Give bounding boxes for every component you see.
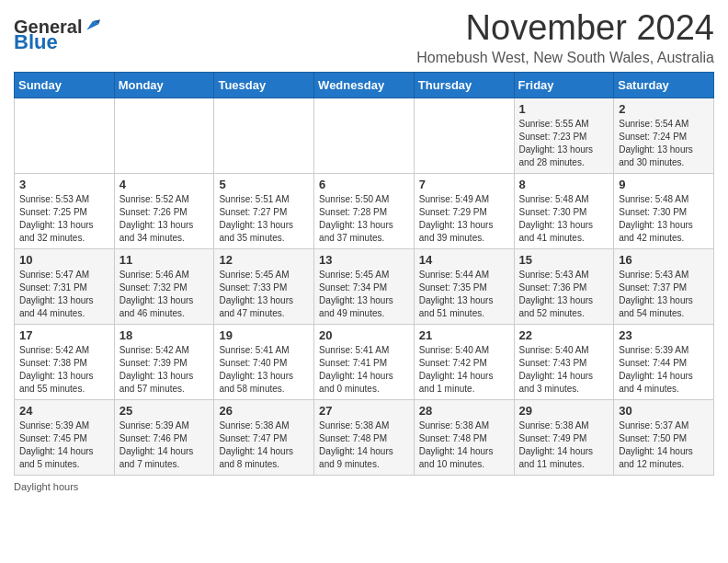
day-number: 18 [119, 328, 210, 342]
day-number: 20 [319, 328, 409, 342]
col-wednesday: Wednesday [314, 72, 415, 98]
calendar-cell: 20Sunrise: 5:41 AM Sunset: 7:41 PM Dayli… [314, 324, 415, 399]
calendar-cell [314, 98, 415, 173]
day-info: Sunrise: 5:41 AM Sunset: 7:40 PM Dayligh… [219, 344, 309, 396]
day-number: 19 [219, 328, 309, 342]
calendar-cell: 27Sunrise: 5:38 AM Sunset: 7:48 PM Dayli… [314, 399, 415, 475]
calendar-cell: 26Sunrise: 5:38 AM Sunset: 7:47 PM Dayli… [214, 399, 314, 475]
day-info: Sunrise: 5:54 AM Sunset: 7:24 PM Dayligh… [619, 118, 709, 169]
calendar-cell: 14Sunrise: 5:44 AM Sunset: 7:35 PM Dayli… [414, 248, 514, 324]
day-number: 21 [419, 328, 509, 342]
footer-note: Daylight hours [14, 481, 714, 492]
day-info: Sunrise: 5:48 AM Sunset: 7:30 PM Dayligh… [519, 193, 609, 245]
day-info: Sunrise: 5:41 AM Sunset: 7:41 PM Dayligh… [319, 344, 409, 396]
day-info: Sunrise: 5:53 AM Sunset: 7:25 PM Dayligh… [19, 193, 109, 245]
day-info: Sunrise: 5:42 AM Sunset: 7:39 PM Dayligh… [119, 344, 210, 396]
calendar-cell [214, 98, 314, 173]
calendar-cell: 1Sunrise: 5:55 AM Sunset: 7:23 PM Daylig… [514, 98, 614, 173]
day-number: 16 [619, 253, 709, 267]
calendar-cell: 19Sunrise: 5:41 AM Sunset: 7:40 PM Dayli… [214, 324, 314, 399]
day-number: 25 [119, 404, 210, 418]
day-info: Sunrise: 5:43 AM Sunset: 7:36 PM Dayligh… [519, 269, 609, 320]
day-number: 28 [419, 404, 509, 418]
day-number: 29 [519, 404, 609, 418]
logo-bird-icon [84, 17, 100, 33]
logo: General Blue [14, 17, 100, 52]
day-number: 1 [519, 102, 609, 116]
calendar-cell: 11Sunrise: 5:46 AM Sunset: 7:32 PM Dayli… [114, 248, 214, 324]
day-number: 8 [519, 178, 609, 191]
day-number: 13 [319, 253, 409, 267]
col-sunday: Sunday [15, 72, 115, 98]
calendar-week-5: 24Sunrise: 5:39 AM Sunset: 7:45 PM Dayli… [15, 399, 714, 475]
day-info: Sunrise: 5:39 AM Sunset: 7:45 PM Dayligh… [19, 419, 109, 471]
day-number: 5 [219, 178, 309, 191]
day-number: 17 [19, 328, 109, 342]
calendar-cell: 2Sunrise: 5:54 AM Sunset: 7:24 PM Daylig… [614, 98, 714, 173]
calendar-cell [414, 98, 514, 173]
calendar-cell: 6Sunrise: 5:50 AM Sunset: 7:28 PM Daylig… [314, 173, 415, 248]
calendar-cell: 25Sunrise: 5:39 AM Sunset: 7:46 PM Dayli… [114, 399, 214, 475]
day-info: Sunrise: 5:38 AM Sunset: 7:47 PM Dayligh… [219, 419, 309, 471]
day-info: Sunrise: 5:51 AM Sunset: 7:27 PM Dayligh… [219, 193, 309, 245]
day-number: 26 [219, 404, 309, 418]
calendar-cell [114, 98, 214, 173]
calendar-cell: 29Sunrise: 5:38 AM Sunset: 7:49 PM Dayli… [514, 399, 614, 475]
day-number: 15 [519, 253, 609, 267]
day-info: Sunrise: 5:38 AM Sunset: 7:48 PM Dayligh… [419, 419, 509, 471]
title-block: November 2024 Homebush West, New South W… [416, 9, 714, 66]
day-info: Sunrise: 5:55 AM Sunset: 7:23 PM Dayligh… [519, 118, 609, 169]
day-info: Sunrise: 5:39 AM Sunset: 7:46 PM Dayligh… [119, 419, 210, 471]
day-info: Sunrise: 5:48 AM Sunset: 7:30 PM Dayligh… [619, 193, 709, 245]
day-info: Sunrise: 5:50 AM Sunset: 7:28 PM Dayligh… [319, 193, 409, 245]
calendar-table: Sunday Monday Tuesday Wednesday Thursday… [14, 72, 714, 476]
day-info: Sunrise: 5:37 AM Sunset: 7:50 PM Dayligh… [619, 419, 709, 471]
calendar-cell: 8Sunrise: 5:48 AM Sunset: 7:30 PM Daylig… [514, 173, 614, 248]
day-info: Sunrise: 5:45 AM Sunset: 7:34 PM Dayligh… [319, 269, 409, 320]
header: General Blue November 2024 Homebush West… [14, 9, 714, 66]
day-info: Sunrise: 5:44 AM Sunset: 7:35 PM Dayligh… [419, 269, 509, 320]
calendar-cell [15, 98, 115, 173]
day-info: Sunrise: 5:47 AM Sunset: 7:31 PM Dayligh… [19, 269, 109, 320]
calendar-cell: 13Sunrise: 5:45 AM Sunset: 7:34 PM Dayli… [314, 248, 415, 324]
col-thursday: Thursday [414, 72, 514, 98]
header-row: Sunday Monday Tuesday Wednesday Thursday… [15, 72, 714, 98]
day-number: 24 [19, 404, 109, 418]
calendar-cell: 28Sunrise: 5:38 AM Sunset: 7:48 PM Dayli… [414, 399, 514, 475]
calendar-cell: 22Sunrise: 5:40 AM Sunset: 7:43 PM Dayli… [514, 324, 614, 399]
day-info: Sunrise: 5:38 AM Sunset: 7:48 PM Dayligh… [319, 419, 409, 471]
calendar-cell: 24Sunrise: 5:39 AM Sunset: 7:45 PM Dayli… [15, 399, 115, 475]
col-saturday: Saturday [614, 72, 714, 98]
day-number: 10 [19, 253, 109, 267]
day-info: Sunrise: 5:45 AM Sunset: 7:33 PM Dayligh… [219, 269, 309, 320]
day-number: 22 [519, 328, 609, 342]
day-number: 9 [619, 178, 709, 191]
calendar-cell: 4Sunrise: 5:52 AM Sunset: 7:26 PM Daylig… [114, 173, 214, 248]
day-info: Sunrise: 5:43 AM Sunset: 7:37 PM Dayligh… [619, 269, 709, 320]
calendar-cell: 17Sunrise: 5:42 AM Sunset: 7:38 PM Dayli… [15, 324, 115, 399]
day-info: Sunrise: 5:40 AM Sunset: 7:43 PM Dayligh… [519, 344, 609, 396]
calendar-cell: 16Sunrise: 5:43 AM Sunset: 7:37 PM Dayli… [614, 248, 714, 324]
calendar-week-2: 3Sunrise: 5:53 AM Sunset: 7:25 PM Daylig… [15, 173, 714, 248]
day-number: 6 [319, 178, 409, 191]
calendar-cell: 23Sunrise: 5:39 AM Sunset: 7:44 PM Dayli… [614, 324, 714, 399]
calendar-cell: 21Sunrise: 5:40 AM Sunset: 7:42 PM Dayli… [414, 324, 514, 399]
logo-blue: Blue [14, 32, 58, 52]
day-number: 30 [619, 404, 709, 418]
day-number: 12 [219, 253, 309, 267]
day-info: Sunrise: 5:42 AM Sunset: 7:38 PM Dayligh… [19, 344, 109, 396]
col-tuesday: Tuesday [214, 72, 314, 98]
day-number: 27 [319, 404, 409, 418]
day-info: Sunrise: 5:39 AM Sunset: 7:44 PM Dayligh… [619, 344, 709, 396]
calendar-cell: 10Sunrise: 5:47 AM Sunset: 7:31 PM Dayli… [15, 248, 115, 324]
calendar-week-1: 1Sunrise: 5:55 AM Sunset: 7:23 PM Daylig… [15, 98, 714, 173]
calendar-cell: 7Sunrise: 5:49 AM Sunset: 7:29 PM Daylig… [414, 173, 514, 248]
day-info: Sunrise: 5:40 AM Sunset: 7:42 PM Dayligh… [419, 344, 509, 396]
day-info: Sunrise: 5:52 AM Sunset: 7:26 PM Dayligh… [119, 193, 210, 245]
day-number: 4 [119, 178, 210, 191]
day-number: 11 [119, 253, 210, 267]
day-number: 23 [619, 328, 709, 342]
calendar-cell: 5Sunrise: 5:51 AM Sunset: 7:27 PM Daylig… [214, 173, 314, 248]
day-number: 14 [419, 253, 509, 267]
calendar-week-3: 10Sunrise: 5:47 AM Sunset: 7:31 PM Dayli… [15, 248, 714, 324]
